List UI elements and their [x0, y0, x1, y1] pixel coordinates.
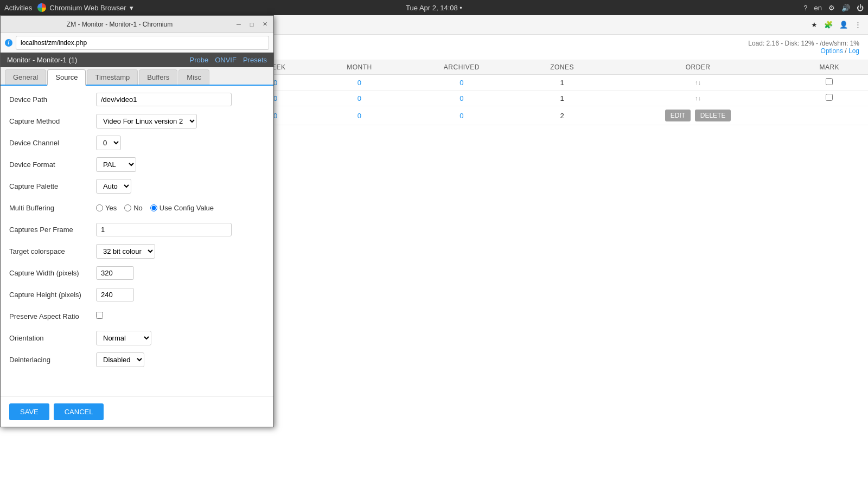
order-arrows-1[interactable]: ↑↓ — [605, 75, 791, 91]
multi-buffering-no-radio[interactable] — [124, 204, 131, 211]
archived-link-3[interactable]: 0 — [459, 112, 463, 120]
tab-general[interactable]: General — [5, 69, 46, 85]
preserve-aspect-checkbox[interactable] — [96, 312, 103, 319]
mark-empty — [791, 106, 868, 125]
extensions-icon[interactable]: 🧩 — [824, 21, 833, 29]
activities-button[interactable]: Activities — [4, 4, 32, 12]
target-colorspace-select[interactable]: 32 bit colour — [96, 244, 155, 259]
device-path-input[interactable] — [96, 93, 232, 106]
capture-method-row: Capture Method Video For Linux version 2 — [9, 113, 265, 129]
presets-link[interactable]: Presets — [243, 56, 267, 64]
order-arrows-2[interactable]: ↑↓ — [605, 91, 791, 106]
capture-palette-row: Capture Palette Auto — [9, 178, 265, 194]
monitor-header-links: Probe ONVIF Presets — [189, 56, 267, 64]
edit-delete-cell: EDIT DELETE — [605, 106, 791, 125]
col-zones: ZONES — [519, 60, 605, 75]
tab-timestamp[interactable]: Timestamp — [87, 69, 138, 85]
multi-buffering-label: Multi Buffering — [9, 204, 96, 212]
chrome-icon — [37, 3, 46, 12]
multi-buffering-yes-radio[interactable] — [96, 204, 103, 211]
system-bar: Activities Chromium Web Browser ▾ Tue Ap… — [0, 0, 868, 15]
close-button[interactable]: ✕ — [260, 20, 269, 29]
multi-buffering-yes-label[interactable]: Yes — [96, 204, 117, 212]
onvif-link[interactable]: ONVIF — [215, 56, 237, 64]
deinterlacing-row: Deinterlacing Disabled Enabled — [9, 351, 265, 368]
bookmark-icon[interactable]: ★ — [811, 21, 818, 29]
month-link-3[interactable]: 0 — [358, 112, 361, 120]
multi-buffering-config-radio[interactable] — [150, 204, 157, 211]
monitor-dialog-header: Monitor - Monitor-1 (1) Probe ONVIF Pres… — [1, 53, 273, 67]
chevron-down-icon: ▾ — [130, 4, 133, 12]
system-tray: ? en ⚙ 🔊 ⏻ — [803, 4, 864, 12]
capture-width-row: Capture Width (pixels) — [9, 265, 265, 281]
multi-buffering-yes-text: Yes — [105, 204, 117, 212]
capture-width-input[interactable] — [96, 266, 134, 280]
preserve-aspect-label: Preserve Aspect Ratio — [9, 312, 96, 320]
power-icon[interactable]: ⏻ — [857, 4, 864, 12]
week-link-1[interactable]: 0 — [273, 79, 277, 87]
minimize-button[interactable]: ─ — [234, 20, 243, 29]
month-link-1[interactable]: 0 — [358, 79, 361, 87]
site-info-icon[interactable]: i — [5, 39, 12, 47]
browser-titlebar: ZM - Monitor - Monitor-1 - Chromium ─ □ … — [1, 16, 273, 33]
delete-button[interactable]: DELETE — [695, 110, 731, 121]
options-link[interactable]: Options — [821, 47, 843, 55]
week-link-3[interactable]: 0 — [273, 112, 277, 120]
capture-method-control: Video For Linux version 2 — [96, 114, 265, 129]
window-controls: ─ □ ✕ — [234, 20, 269, 29]
captures-per-frame-input[interactable] — [96, 223, 232, 236]
device-channel-label: Device Channel — [9, 139, 96, 147]
settings-icon[interactable]: ⚙ — [828, 4, 835, 12]
language-indicator[interactable]: en — [814, 4, 822, 12]
capture-height-input[interactable] — [96, 288, 134, 301]
account-icon[interactable]: 👤 — [839, 21, 848, 29]
tab-buffers[interactable]: Buffers — [139, 69, 177, 85]
slash-separator: / — [845, 47, 848, 55]
titlebar-title: ZM - Monitor - Monitor-1 - Chromium — [5, 21, 234, 28]
col-archived: ARCHIVED — [404, 60, 519, 75]
log-link[interactable]: Log — [848, 47, 859, 55]
month-link-2[interactable]: 0 — [358, 94, 361, 102]
probe-link[interactable]: Probe — [189, 56, 208, 64]
device-format-label: Device Format — [9, 160, 96, 169]
orientation-select[interactable]: Normal Rotate 90 Rotate 180 Rotate 270 — [96, 331, 151, 345]
deinterlacing-select[interactable]: Disabled Enabled — [96, 352, 144, 367]
zones-2: 1 — [519, 91, 605, 106]
multi-buffering-no-label[interactable]: No — [124, 204, 143, 212]
save-button[interactable]: SAVE — [9, 403, 49, 420]
multi-buffering-config-text: Use Config Value — [159, 204, 214, 212]
capture-method-label: Capture Method — [9, 117, 96, 125]
multi-buffering-control: Yes No Use Config Value — [96, 204, 265, 212]
app-indicator[interactable]: Chromium Web Browser ▾ — [37, 3, 133, 12]
url-bar[interactable] — [16, 36, 269, 50]
capture-method-select[interactable]: Video For Linux version 2 — [96, 114, 197, 129]
preserve-aspect-control — [96, 312, 265, 320]
device-path-control — [96, 93, 265, 106]
week-link-2[interactable]: 0 — [273, 94, 277, 102]
device-format-control: PAL NTSC — [96, 157, 265, 172]
mark-checkbox-2[interactable] — [791, 91, 868, 106]
cancel-button[interactable]: CANCEL — [54, 403, 104, 420]
monitor-tabs: General Source Timestamp Buffers Misc — [1, 67, 273, 86]
options-log-links: Options / Log — [748, 47, 859, 55]
archived-link-1[interactable]: 0 — [459, 79, 463, 87]
target-colorspace-row: Target colorspace 32 bit colour — [9, 243, 265, 259]
app-name: Chromium Web Browser — [49, 4, 126, 12]
edit-button[interactable]: EDIT — [665, 110, 691, 121]
help-icon[interactable]: ? — [803, 4, 807, 12]
orientation-control: Normal Rotate 90 Rotate 180 Rotate 270 — [96, 331, 265, 345]
multi-buffering-config-label[interactable]: Use Config Value — [150, 204, 214, 212]
topbar-actions: ★ 🧩 👤 ⋮ — [811, 21, 861, 29]
device-channel-select[interactable]: 0 — [96, 136, 121, 150]
volume-icon[interactable]: 🔊 — [841, 4, 850, 12]
tab-source[interactable]: Source — [47, 69, 86, 86]
menu-icon[interactable]: ⋮ — [854, 21, 861, 29]
capture-palette-select[interactable]: Auto — [96, 179, 131, 194]
mark-checkbox-1[interactable] — [791, 75, 868, 91]
archived-link-2[interactable]: 0 — [459, 94, 463, 102]
maximize-button[interactable]: □ — [247, 20, 256, 29]
device-format-select[interactable]: PAL NTSC — [96, 157, 136, 172]
zones-1: 1 — [519, 75, 605, 91]
orientation-row: Orientation Normal Rotate 90 Rotate 180 … — [9, 330, 265, 346]
tab-misc[interactable]: Misc — [178, 69, 209, 85]
